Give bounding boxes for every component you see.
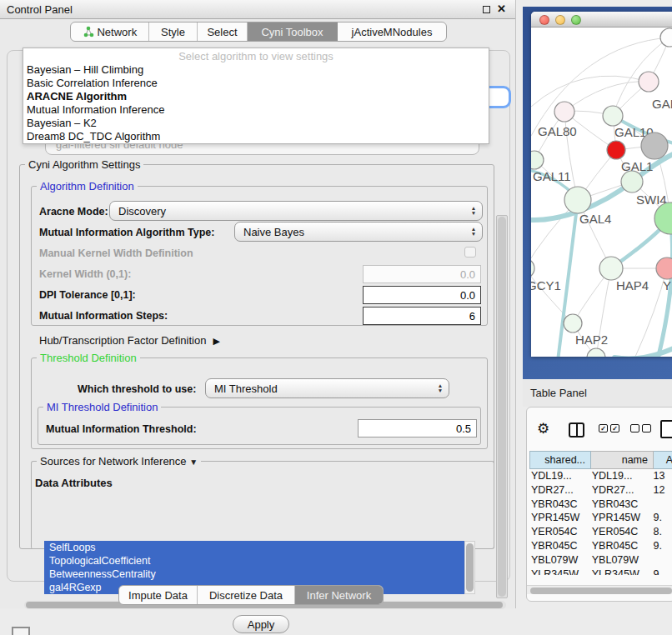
algorithm-option[interactable]: Mutual Information Inference: [23, 103, 489, 117]
split-columns-icon[interactable]: [569, 422, 584, 438]
network-window-titlebar[interactable]: [531, 12, 672, 28]
network-node-swi4: [621, 171, 643, 192]
table-row[interactable]: YBL079WYBL079W: [529, 554, 672, 568]
app-screen: Control Panel ✕ NetworkStyleSelectCyni T…: [0, 0, 672, 635]
control-panel-titlebar: Control Panel ✕: [0, 0, 515, 19]
table-row[interactable]: YPR145WYPR145W9.: [529, 512, 672, 526]
tab-discretize-data[interactable]: Discretize Data: [198, 586, 295, 604]
manual-kernel-label: Manual Kernel Width Definition: [39, 248, 193, 259]
checked-checkbox-icon[interactable]: ✓: [599, 424, 608, 432]
network-node: [641, 132, 668, 159]
network-node-gal80: [554, 102, 574, 122]
tab-infer-network[interactable]: Infer Network: [295, 586, 383, 604]
manual-kernel-checkbox[interactable]: [464, 247, 476, 258]
table-row[interactable]: YLR345WYLR345W9.: [529, 568, 672, 575]
settings-vertical-scrollbar[interactable]: [496, 215, 508, 598]
data-attributes-label: Data Attributes: [35, 477, 113, 489]
node-label: HAP4: [616, 278, 649, 292]
cyni-settings-title: Cyni Algorithm Settings: [25, 158, 143, 171]
mi-threshold-title: MI Threshold Definition: [43, 401, 161, 413]
algorithm-option[interactable]: Bayesian – Hill Climbing: [23, 63, 489, 77]
attributes-scrollbar[interactable]: [464, 541, 475, 594]
network-view-frame: GALGAL80GAL10GAL1GAL11SWI4GAL4GCY1HAP4YH…: [523, 7, 672, 379]
attribute-item[interactable]: SelfLoops: [44, 541, 464, 554]
node-label: Y: [663, 278, 671, 292]
minimized-panel-icon[interactable]: [12, 627, 30, 635]
mi-steps-input[interactable]: 6: [363, 307, 481, 325]
sources-title[interactable]: Sources for Network Inference ▼: [37, 455, 201, 468]
node-label: GAL1: [621, 159, 653, 173]
table-row[interactable]: YBR043CYBR043C: [529, 498, 672, 512]
aracne-mode-combobox[interactable]: Discovery ▲▼: [109, 201, 483, 221]
stepper-icon: ▲▼: [434, 383, 449, 393]
table-row[interactable]: YDR27...YDR27...12: [529, 484, 672, 498]
algorithm-option[interactable]: Dream8 DC_TDC Algorithm: [23, 130, 489, 143]
table-horizontal-scrollbar[interactable]: [527, 585, 672, 594]
network-node-gcy1: [531, 258, 534, 278]
table-panel-title: Table Panel: [530, 387, 587, 399]
column-header[interactable]: A: [654, 451, 672, 469]
node-label: GCY1: [531, 278, 561, 292]
minimize-traffic-icon[interactable]: [555, 15, 565, 25]
algorithm-dropdown-items: Bayesian – Hill ClimbingBasic Correlatio…: [23, 63, 489, 143]
unchecked-checkbox-icon[interactable]: [630, 424, 639, 432]
mi-type-label: Mutual Information Algorithm Type:: [39, 227, 214, 238]
control-panel-tabs: NetworkStyleSelectCyni ToolboxjActiveMNo…: [70, 22, 447, 42]
unchecked-checkbox-icon[interactable]: [642, 424, 651, 432]
table-row[interactable]: YBR045CYBR045C9.: [529, 540, 672, 554]
tab-network[interactable]: Network: [71, 22, 149, 41]
node-label: GAL80: [538, 124, 577, 138]
mi-type-combobox[interactable]: Naive Bayes ▲▼: [234, 222, 483, 242]
network-node-hap2: [564, 314, 582, 332]
algorithm-option[interactable]: Basic Correlation Inference: [23, 77, 489, 90]
dpi-tolerance-input[interactable]: 0.0: [363, 286, 481, 304]
network-node-gal10: [603, 106, 623, 126]
float-window-icon[interactable]: [483, 6, 490, 13]
node-label: HAP2: [575, 332, 608, 347]
threshold-definition-title: Threshold Definition: [37, 352, 140, 364]
gear-icon[interactable]: ⚙: [537, 422, 549, 436]
close-traffic-icon[interactable]: [539, 15, 549, 25]
network-canvas[interactable]: GALGAL80GAL10GAL1GAL11SWI4GAL4GCY1HAP4YH…: [531, 28, 672, 357]
sources-group: Sources for Network Inference ▼: [31, 461, 494, 549]
network-window[interactable]: GALGAL80GAL10GAL1GAL11SWI4GAL4GCY1HAP4YH…: [531, 12, 672, 357]
algorithm-option[interactable]: Bayesian – K2: [23, 117, 489, 130]
network-node: [654, 202, 672, 234]
table-row[interactable]: YDL19...YDL19...13: [529, 470, 672, 484]
network-node-gal1: [607, 141, 625, 159]
mi-threshold-input[interactable]: 0.5: [358, 419, 477, 438]
apply-button[interactable]: Apply: [233, 615, 289, 633]
algorithm-option[interactable]: ARACNE Algorithm: [23, 90, 489, 103]
column-header[interactable]: name: [591, 451, 654, 469]
which-threshold-label: Which threshold to use:: [78, 383, 196, 395]
kernel-width-input[interactable]: 0.0: [363, 265, 481, 283]
attribute-item[interactable]: BetweennessCentrality: [44, 568, 464, 581]
mi-threshold-label: Mutual Information Threshold:: [46, 423, 197, 435]
network-node: [660, 28, 672, 47]
tab-style[interactable]: Style: [149, 22, 198, 41]
tab-cyni-toolbox[interactable]: Cyni Toolbox: [248, 22, 338, 41]
mi-steps-label: Mutual Information Steps:: [39, 310, 168, 322]
table-panel: ⚙ ✓ ✓ shared...nameA YDL19...YDL19...13Y…: [526, 407, 672, 602]
tab-impute-data[interactable]: Impute Data: [119, 586, 198, 604]
panel-title: Control Panel: [7, 3, 73, 16]
network-node-hap4: [599, 257, 623, 280]
bottom-tabs: Impute DataDiscretize DataInfer Network: [118, 585, 384, 605]
stepper-icon: ▲▼: [467, 227, 482, 237]
hub-definition-expander[interactable]: Hub/Transcription Factor Definition▶: [39, 334, 220, 347]
node-label: GAL: [652, 97, 672, 111]
new-table-icon[interactable]: [660, 420, 672, 438]
zoom-traffic-icon[interactable]: [571, 15, 581, 25]
tab-jactivemnodules[interactable]: jActiveMNodules: [338, 22, 446, 41]
algorithm-dropdown-list: Select algorithm to view settings Bayesi…: [23, 48, 489, 144]
close-window-icon[interactable]: ✕: [497, 2, 506, 15]
cyni-toolbox-panel: gal-filtered sif default node Select alg…: [7, 50, 510, 582]
tab-select[interactable]: Select: [198, 22, 248, 41]
network-edge: [614, 347, 672, 357]
table-row[interactable]: YER054CYER054C8.: [529, 526, 672, 540]
attribute-item[interactable]: TopologicalCoefficient: [44, 554, 464, 568]
which-threshold-combobox[interactable]: MI Threshold ▲▼: [205, 378, 449, 398]
checked-checkbox-icon[interactable]: ✓: [610, 424, 619, 432]
dpi-tolerance-label: DPI Tolerance [0,1]:: [39, 289, 136, 301]
column-header[interactable]: shared...: [529, 451, 591, 469]
